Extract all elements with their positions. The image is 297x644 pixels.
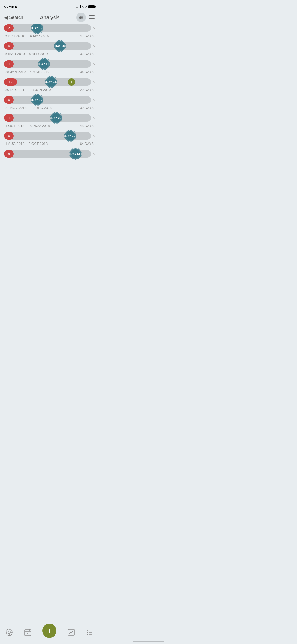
cycle-bar: 6 DAY 16 xyxy=(4,96,91,104)
chevron-right-icon: › xyxy=(91,25,95,31)
chevron-right-icon: › xyxy=(91,151,95,157)
count-badge: 6 xyxy=(4,132,14,140)
nav-actions xyxy=(76,13,95,22)
back-button[interactable]: ◀ Search xyxy=(4,15,23,20)
cycle-item[interactable]: 7 DAY 16 › 6 APR 2019 – 16 MAY 2019 41 D… xyxy=(4,24,95,40)
separator xyxy=(4,40,95,40)
page-title: Analysis xyxy=(23,15,76,21)
starburst: DAY 23 xyxy=(45,75,58,89)
svg-point-5 xyxy=(80,18,81,19)
chevron-right-icon: › xyxy=(91,97,95,103)
battery-icon xyxy=(88,5,95,8)
wifi-icon xyxy=(82,5,87,8)
cycle-item[interactable]: 6 DAY 16 › 21 NOV 2018 – 29 DEC 2018 39 … xyxy=(4,96,95,112)
location-icon: ▶ xyxy=(15,5,17,9)
count-badge: 5 xyxy=(4,150,14,158)
cycle-bar: 1 DAY 19 xyxy=(4,60,91,68)
date-row: 5 MAR 2019 – 5 APR 2019 32 DAYS xyxy=(4,51,95,56)
date-row: 1 AUG 2018 – 3 OCT 2018 64 DAYS xyxy=(4,141,95,146)
days-count: 41 DAYS xyxy=(80,34,94,38)
date-range: 4 OCT 2018 – 20 NOV 2018 xyxy=(5,124,50,128)
day-label: DAY 26 xyxy=(51,116,61,119)
count-badge: 1 xyxy=(4,114,14,122)
day-label: DAY 19 xyxy=(39,62,49,66)
signal-icon xyxy=(76,5,81,8)
chevron-right-icon: › xyxy=(91,133,95,139)
cycles-list: 7 DAY 16 › 6 APR 2019 – 16 MAY 2019 41 D… xyxy=(0,24,99,181)
bar-row: 6 DAY 28 › xyxy=(4,42,95,50)
days-count: 36 DAYS xyxy=(80,70,94,74)
day-badge: DAY 26 xyxy=(49,111,63,125)
cycle-bar: 7 DAY 16 xyxy=(4,24,91,32)
starburst-center: DAY 51 xyxy=(71,149,80,158)
cycle-item[interactable]: 12 1 DAY 23 › 30 DEC 2018 – 27 JAN 2019 … xyxy=(4,78,95,94)
chevron-right-icon: › xyxy=(91,115,95,121)
chevron-right-icon: › xyxy=(91,79,95,85)
date-range: 5 MAR 2019 – 5 APR 2019 xyxy=(5,52,48,56)
starburst: DAY 19 xyxy=(37,57,51,71)
starburst-center: DAY 23 xyxy=(47,77,56,86)
cycle-bar: 1 DAY 26 xyxy=(4,114,91,122)
count-badge: 6 xyxy=(4,96,14,104)
day-label: DAY 28 xyxy=(55,44,65,48)
status-icons xyxy=(76,5,95,8)
starburst: DAY 51 xyxy=(69,147,82,160)
days-count: 32 DAYS xyxy=(80,52,94,56)
cycle-item[interactable]: 6 DAY 35 › 1 AUG 2018 – 3 OCT 2018 64 DA… xyxy=(4,132,95,148)
starburst-center: DAY 16 xyxy=(33,95,42,104)
green-badge: 1 xyxy=(68,78,75,86)
separator xyxy=(4,94,95,94)
day-badge: DAY 51 xyxy=(69,147,82,161)
bar-row: 12 1 DAY 23 › xyxy=(4,78,95,86)
back-chevron-icon: ◀ xyxy=(4,15,8,20)
days-count: 29 DAYS xyxy=(80,88,94,92)
days-count: 39 DAYS xyxy=(80,106,94,110)
date-row: 6 APR 2019 – 16 MAY 2019 41 DAYS xyxy=(4,33,95,38)
count-badge: 6 xyxy=(4,42,14,50)
cycle-bar: 6 DAY 35 xyxy=(4,132,91,140)
cycle-bar: 5 DAY 51 xyxy=(4,150,91,158)
date-row: 21 NOV 2018 – 29 DEC 2018 39 DAYS xyxy=(4,105,95,110)
cycle-item[interactable]: 1 DAY 19 › 28 JAN 2019 – 4 MAR 2019 36 D… xyxy=(4,60,95,76)
day-badge: DAY 23 xyxy=(44,75,58,89)
day-label: DAY 16 xyxy=(32,26,42,30)
date-range: 21 NOV 2018 – 29 DEC 2018 xyxy=(5,106,52,110)
status-bar: 22:18 ▶ xyxy=(0,0,99,12)
date-range: 1 AUG 2018 – 3 OCT 2018 xyxy=(5,142,48,146)
starburst: DAY 28 xyxy=(53,39,67,53)
bar-row: 7 DAY 16 › xyxy=(4,24,95,32)
sort-button[interactable] xyxy=(89,15,95,20)
cycle-bar: 12 1 DAY 23 xyxy=(4,78,91,86)
starburst: DAY 16 xyxy=(31,24,44,35)
status-time: 22:18 ▶ xyxy=(4,5,17,9)
cycle-item[interactable]: 5 DAY 51 › xyxy=(4,150,95,158)
day-badge: DAY 35 xyxy=(63,129,77,143)
bar-row: 5 DAY 51 › xyxy=(4,150,95,158)
day-label: DAY 51 xyxy=(70,152,80,155)
day-label: DAY 16 xyxy=(32,98,42,102)
count-badge: 1 xyxy=(4,60,14,68)
svg-point-4 xyxy=(81,17,82,18)
starburst: DAY 35 xyxy=(64,129,77,142)
day-label: DAY 23 xyxy=(46,80,56,84)
chevron-right-icon: › xyxy=(91,61,95,67)
day-badge: DAY 28 xyxy=(53,39,67,53)
day-label: DAY 35 xyxy=(65,134,75,137)
starburst: DAY 26 xyxy=(50,111,63,125)
cycle-bar: 6 DAY 28 xyxy=(4,42,91,50)
starburst-center: DAY 26 xyxy=(52,113,61,122)
svg-point-3 xyxy=(79,16,81,17)
days-count: 64 DAYS xyxy=(80,142,94,146)
starburst-center: DAY 35 xyxy=(66,131,75,140)
count-badge: 7 xyxy=(4,24,14,32)
chevron-right-icon: › xyxy=(91,43,95,49)
back-label[interactable]: Search xyxy=(9,15,23,20)
filter-button[interactable] xyxy=(76,13,86,22)
bar-row: 1 DAY 19 › xyxy=(4,60,95,68)
count-badge: 12 xyxy=(4,78,17,86)
nav-bar: ◀ Search Analysis xyxy=(0,12,99,24)
cycle-item[interactable]: 1 DAY 26 › 4 OCT 2018 – 20 NOV 2018 48 D… xyxy=(4,114,95,130)
separator xyxy=(4,130,95,130)
cycle-item[interactable]: 6 DAY 28 › 5 MAR 2019 – 5 APR 2019 32 DA… xyxy=(4,42,95,58)
day-badge: DAY 16 xyxy=(30,93,44,107)
